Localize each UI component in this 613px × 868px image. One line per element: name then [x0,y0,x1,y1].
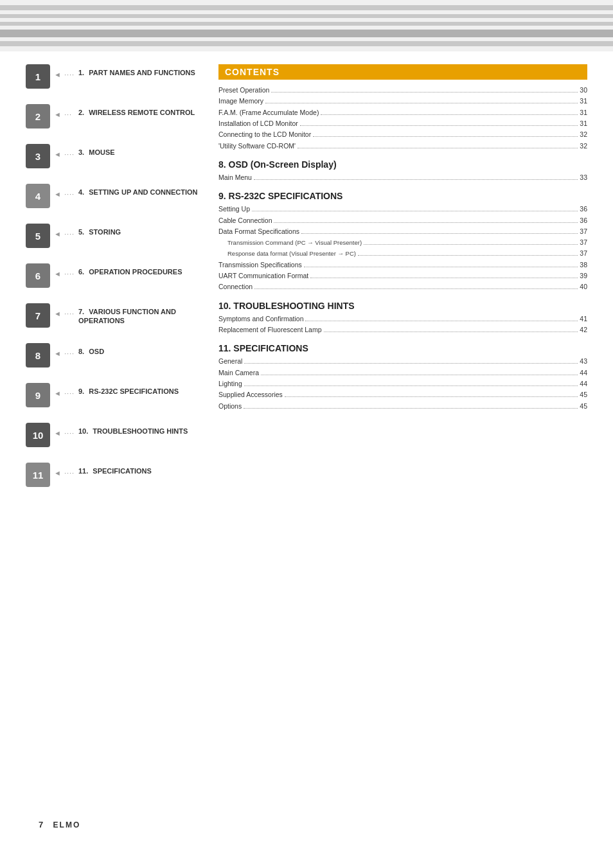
contents-header: CONTENTS [218,64,587,80]
chapter-text-3: 3. MOUSE [78,144,115,157]
chapter-dots-3: ◄ ···· [53,144,78,158]
toc-page: 45 [580,389,587,400]
toc-dots [254,179,578,180]
toc-page: 30 [580,85,587,96]
toc-page: 45 [580,401,587,412]
toc-row: Setting Up36 [218,204,587,215]
toc-dots [298,148,578,148]
chapter-badge-1: 1 [26,64,50,89]
toc-label: Symptoms and Confirmation [218,314,303,324]
toc-dots [274,222,578,223]
toc-label: Main Menu [218,172,252,183]
toc-label: Transmission Specifications [218,260,302,270]
section-10-title: 10. TROUBLESHOOTING HINTS [218,301,587,311]
toc-dots [304,267,578,267]
toc-page: 39 [580,270,587,281]
chapter-badge-6: 6 [26,263,50,288]
toc-dots [265,103,578,103]
toc-dots [313,136,578,137]
toc-page: 38 [580,260,587,270]
chapter-dots-7: ◄ ···· [53,303,78,317]
toc-row: Response data format (Visual Presenter →… [218,248,587,259]
chapter-item-10: 10◄ ····10. TROUBLESHOOTING HINTS [26,423,199,455]
toc-label: General [218,356,242,367]
toc-dots [252,211,578,211]
header-stripes [0,0,613,51]
chapter-badge-3: 3 [26,144,50,168]
chapter-badge-9: 9 [26,383,50,407]
chapter-text-1: 1. PART NAMES AND FUNCTIONS [78,64,195,77]
toc-row: Supplied Accessories45 [218,389,587,400]
stripe-2 [0,14,613,18]
toc-row: Options45 [218,401,587,412]
toc-row: Image Memory31 [218,96,587,107]
toc-row: Transmission Specifications38 [218,260,587,270]
toc-row: Main Camera44 [218,368,587,378]
toc-row: Installation of LCD Monitor31 [218,118,587,129]
toc-dots [301,233,578,234]
chapter-item-4: 4◄ ····4. SETTING UP AND CONNECTION [26,184,199,216]
toc-label: Response data format (Visual Presenter →… [218,249,356,259]
main-content: 1◄ ····1. PART NAMES AND FUNCTIONS2◄ ···… [0,51,613,515]
toc-label: Connecting to the LCD Monitor [218,129,311,140]
chapter-text-4: 4. SETTING UP AND CONNECTION [78,184,198,197]
toc-row: Transmission Command (PC → Visual Presen… [218,237,587,248]
chapter-text-2: 2. WIRELESS REMOTE CONTROL [78,104,195,117]
toc-label: Setting Up [218,204,250,215]
toc-label: Connection [218,281,253,292]
toc-page: 44 [580,368,587,378]
chapter-item-5: 5◄ ····5. STORING [26,224,199,256]
toc-page: 32 [580,129,587,140]
chapter-text-11: 11. SPECIFICATIONS [78,463,152,475]
toc-row: 'Utility Software CD-ROM'32 [218,141,587,152]
chapter-text-7: 7. VARIOUS FUNCTION AND OPERATIONS [78,303,199,326]
toc-dots [244,385,578,386]
footer-page-number: 7 [39,820,44,829]
section-9-title: 9. RS-232C SPECIFICATIONS [218,191,587,201]
chapter-item-2: 2◄ ···2. WIRELESS REMOTE CONTROL [26,104,199,136]
chapter-badge-2: 2 [26,104,50,128]
toc-dots [321,114,578,115]
section-10-entries: Symptoms and Confirmation41Replacement o… [218,314,587,336]
toc-label: Installation of LCD Monitor [218,118,298,129]
toc-dots [364,244,578,245]
toc-row: F.A.M. (Frame Accumulate Mode)31 [218,107,587,118]
toc-row: Connection40 [218,281,587,292]
chapter-item-9: 9◄ ····9. RS-232C SPECIFICATIONS [26,383,199,415]
toc-dots [261,375,578,375]
toc-page: 41 [580,314,587,324]
toc-label: Supplied Accessories [218,389,283,400]
toc-dots [271,92,578,93]
toc-page: 31 [580,118,587,129]
chapter-dots-11: ◄ ···· [53,463,78,477]
toc-dots [305,321,578,321]
chapter-dots-8: ◄ ···· [53,343,78,357]
toc-row: Connecting to the LCD Monitor32 [218,129,587,140]
toc-page: 31 [580,96,587,107]
chapter-badge-7: 7 [26,303,50,328]
chapter-item-8: 8◄ ····8. OSD [26,343,199,375]
toc-page: 33 [580,172,587,183]
stripe-4 [0,30,613,37]
chapter-badge-10: 10 [26,423,50,447]
toc-row: Lighting44 [218,378,587,389]
toc-page: 37 [580,226,587,237]
toc-row: Data Format Specifications37 [218,226,587,237]
toc-dots [300,125,578,126]
toc-page: 43 [580,356,587,367]
section-11-entries: General43Main Camera44Lighting44Supplied… [218,356,587,412]
pre-section-entries: Preset Operation30Image Memory31F.A.M. (… [218,85,587,152]
toc-row: Replacement of Fluorescent Lamp42 [218,324,587,335]
toc-page: 42 [580,324,587,335]
toc-label: Image Memory [218,96,263,107]
contents-area: CONTENTS Preset Operation30Image Memory3… [218,64,587,502]
toc-row: Main Menu33 [218,172,587,183]
chapter-text-5: 5. STORING [78,224,121,236]
stripe-5 [0,41,613,46]
toc-row: General43 [218,356,587,367]
toc-dots [244,363,578,364]
section-8-entries: Main Menu33 [218,172,587,183]
chapter-badge-4: 4 [26,184,50,208]
toc-page: 36 [580,215,587,226]
toc-dots [358,255,578,256]
